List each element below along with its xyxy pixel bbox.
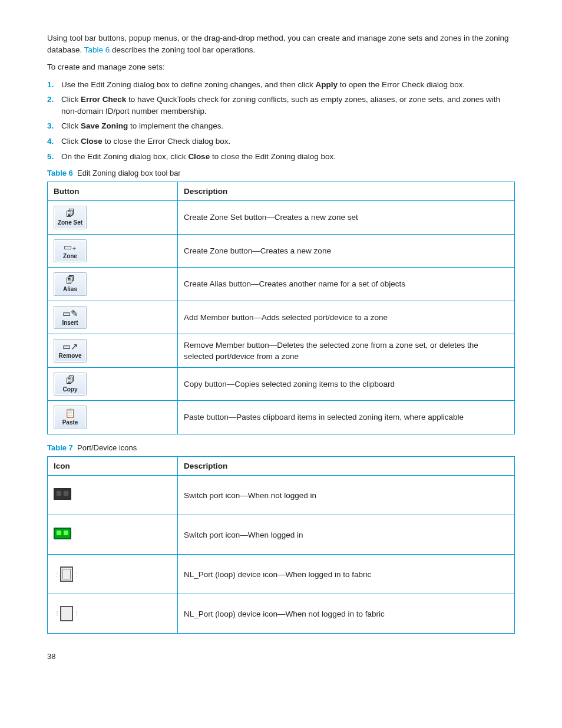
- table6: Button Description 🗐Zone Set Create Zone…: [47, 182, 515, 434]
- table6-header-row: Button Description: [48, 182, 515, 201]
- table6-h1: Button: [48, 182, 178, 201]
- remove-icon: ▭↗: [62, 342, 78, 351]
- copy-icon: 🗐: [66, 375, 75, 385]
- insert-icon: ▭✎: [62, 309, 78, 318]
- table6-h2: Description: [178, 182, 515, 201]
- step-3: 3.Click Save Zoning to implement the cha…: [47, 120, 515, 132]
- table-row: Switch port icon—When not logged in: [48, 476, 515, 515]
- paste-button[interactable]: 📋Paste: [54, 406, 87, 429]
- table7-caption: Table 7 Port/Device icons: [47, 443, 515, 454]
- intro-text-b: describes the zoning tool bar operations…: [110, 45, 255, 54]
- table6-caption: Table 6 Edit Zoning dialog box tool bar: [47, 168, 515, 179]
- step-2: 2.Click Error Check to have QuickTools c…: [47, 94, 515, 117]
- table-row: ⋮⋮ NL_Port (loop) device icon—When logge…: [48, 555, 515, 594]
- table7: Icon Description Switch port icon—When n…: [47, 456, 515, 634]
- zone-icon: ▭₊: [64, 242, 77, 252]
- switch-port-not-logged-icon: [54, 488, 71, 500]
- desc-cell: Switch port icon—When logged in: [178, 515, 515, 555]
- desc-cell: NL_Port (loop) device icon—When logged i…: [178, 555, 515, 594]
- zone-button[interactable]: ▭₊Zone: [54, 239, 87, 263]
- paste-icon: 📋: [65, 409, 76, 418]
- table-row: ▭₊Zone Create Zone button—Creates a new …: [48, 234, 515, 268]
- table-row: ▭↗Remove Remove Member button—Deletes th…: [48, 334, 515, 368]
- page-number: 38: [47, 651, 515, 663]
- insert-button[interactable]: ▭✎Insert: [54, 306, 87, 330]
- step-1: 1.Use the Edit Zoning dialog box to defi…: [47, 79, 515, 91]
- nl-port-logged-icon: ⋮⋮: [54, 566, 80, 582]
- zone-set-button[interactable]: 🗐Zone Set: [54, 206, 87, 229]
- alias-button[interactable]: 🗐Alias: [54, 272, 87, 296]
- switch-port-logged-icon: [54, 528, 71, 539]
- table-row: 🗐Alias Create Alias button—Creates anoth…: [48, 268, 515, 301]
- table-row: Switch port icon—When logged in: [48, 515, 515, 555]
- intro-lead: To create and manage zone sets:: [47, 61, 515, 73]
- step-4: 4.Click Close to close the Error Check d…: [47, 136, 515, 147]
- desc-cell: Paste button—Pastes clipboard items in s…: [178, 401, 515, 434]
- table7-header-row: Icon Description: [48, 456, 515, 476]
- copy-button[interactable]: 🗐Copy: [54, 373, 87, 396]
- table-row: ▭✎Insert Add Member button—Adds selected…: [48, 301, 515, 334]
- desc-cell: Switch port icon—When not logged in: [178, 476, 515, 515]
- table6-link[interactable]: Table 6: [84, 45, 110, 54]
- table-row: ⋮⋮ NL_Port (loop) device icon—When not l…: [48, 594, 515, 634]
- table7-h2: Description: [178, 456, 515, 476]
- remove-button[interactable]: ▭↗Remove: [54, 339, 87, 363]
- desc-cell: Remove Member button—Deletes the selecte…: [178, 334, 515, 368]
- step-5: 5.On the Edit Zoning dialog box, click C…: [47, 151, 515, 163]
- table-row: 🗐Zone Set Create Zone Set button—Creates…: [48, 201, 515, 235]
- desc-cell: Copy button—Copies selected zoning items…: [178, 367, 515, 401]
- zone-set-icon: 🗐: [66, 209, 75, 218]
- table7-h1: Icon: [48, 456, 178, 476]
- alias-icon: 🗐: [66, 275, 75, 285]
- desc-cell: Add Member button—Adds selected port/dev…: [178, 301, 515, 334]
- intro-paragraph: Using tool bar buttons, popup menus, or …: [47, 32, 515, 55]
- desc-cell: NL_Port (loop) device icon—When not logg…: [178, 594, 515, 634]
- table-row: 🗐Copy Copy button—Copies selected zoning…: [48, 367, 515, 401]
- nl-port-not-logged-icon: ⋮⋮: [54, 606, 80, 621]
- steps-list: 1.Use the Edit Zoning dialog box to defi…: [47, 79, 515, 162]
- table-row: 📋Paste Paste button—Pastes clipboard ite…: [48, 401, 515, 434]
- desc-cell: Create Zone button—Creates a new zone: [178, 234, 515, 268]
- desc-cell: Create Alias button—Creates another name…: [178, 268, 515, 301]
- desc-cell: Create Zone Set button—Creates a new zon…: [178, 201, 515, 235]
